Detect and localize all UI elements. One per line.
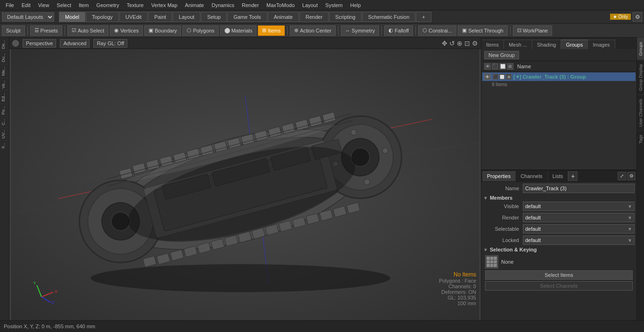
- visible-select[interactable]: default ▼: [523, 202, 635, 211]
- tab-scripting[interactable]: Scripting: [329, 12, 362, 22]
- lock-icon[interactable]: ⬛: [492, 63, 498, 70]
- row-eye-icon[interactable]: 👁: [484, 73, 491, 80]
- tab-uvedit[interactable]: UVEdit: [119, 12, 148, 22]
- move-icon[interactable]: ✥: [442, 40, 447, 47]
- menu-help[interactable]: Help: [347, 1, 365, 9]
- sel-keying-section-header[interactable]: ▼ Selection & Keying: [483, 247, 635, 252]
- menu-geometry[interactable]: Geometry: [92, 1, 123, 9]
- left-tab-duplicate[interactable]: Du...: [0, 51, 9, 64]
- left-tab-vertex[interactable]: Ve...: [0, 78, 9, 90]
- polygons-button[interactable]: ⬡ Polygons: [182, 25, 218, 36]
- rotate-icon[interactable]: ↺: [449, 40, 455, 47]
- menu-animate[interactable]: Animate: [181, 1, 207, 9]
- tab-paint[interactable]: Paint: [148, 12, 172, 22]
- only-badge[interactable]: ★ Only: [610, 14, 631, 20]
- tab-model[interactable]: Model: [59, 12, 85, 22]
- left-tab-uv[interactable]: UV...: [0, 127, 9, 140]
- tab-channels[interactable]: Channels: [516, 171, 547, 181]
- row-expand-icon[interactable]: ⊞: [506, 74, 512, 80]
- zoom-icon[interactable]: ⊕: [457, 40, 462, 47]
- row-render-icon[interactable]: ⬜: [499, 74, 505, 80]
- left-tab-f[interactable]: F...: [0, 140, 9, 150]
- menu-render[interactable]: Render: [238, 1, 263, 9]
- add-tab-button[interactable]: +: [568, 171, 578, 181]
- menu-file[interactable]: File: [2, 1, 18, 9]
- tab-layout[interactable]: Layout: [173, 12, 200, 22]
- props-settings-icon[interactable]: ⚙: [627, 172, 636, 180]
- tab-topology[interactable]: Topology: [86, 12, 119, 22]
- tab-shading[interactable]: Shading: [532, 40, 561, 49]
- menu-select[interactable]: Select: [53, 1, 75, 9]
- scene-canvas[interactable]: X Y Z: [9, 49, 481, 320]
- menu-edit[interactable]: Edit: [18, 1, 34, 9]
- tab-animate[interactable]: Animate: [268, 12, 299, 22]
- expand-icon[interactable]: ⊞: [507, 63, 513, 70]
- materials-button[interactable]: ⬤ Materials: [220, 25, 257, 36]
- menu-dynamics[interactable]: Dynamics: [208, 1, 238, 9]
- tab-lists[interactable]: Lists: [548, 171, 569, 181]
- menu-layout[interactable]: Layout: [298, 1, 322, 9]
- left-tab-poly[interactable]: Po...: [0, 104, 9, 117]
- constraints-button[interactable]: ⬡ Constrai...: [418, 25, 456, 36]
- select-through-button[interactable]: ▣ Select Through: [458, 25, 507, 36]
- left-tab-mesh[interactable]: Me...: [0, 64, 9, 78]
- select-channels-button[interactable]: Select Channels: [485, 281, 633, 291]
- menu-view[interactable]: View: [34, 1, 53, 9]
- auto-select-button[interactable]: ☑ Auto Select: [67, 25, 108, 36]
- menu-item[interactable]: Item: [75, 1, 92, 9]
- menu-texture[interactable]: Texture: [123, 1, 148, 9]
- name-input[interactable]: [523, 184, 635, 193]
- left-tab-deform[interactable]: De...: [0, 38, 9, 51]
- presets-button[interactable]: ☰ Presets: [30, 25, 62, 36]
- tab-properties[interactable]: Properties: [482, 171, 516, 181]
- rvtab-groups[interactable]: Groups: [637, 38, 644, 60]
- gear-settings-button[interactable]: ⚙: [633, 12, 642, 22]
- render-icon[interactable]: ⬜: [499, 63, 506, 70]
- tab-images[interactable]: Images: [588, 40, 615, 49]
- select-items-button[interactable]: Select Items: [485, 270, 633, 280]
- menu-system[interactable]: System: [322, 1, 347, 9]
- rvtab-user-channels[interactable]: User Channels: [637, 95, 644, 131]
- tab-add[interactable]: +: [416, 12, 431, 22]
- tab-items[interactable]: Items: [481, 40, 504, 49]
- rvtab-tags[interactable]: Tags: [637, 130, 644, 147]
- menu-maxtomodo[interactable]: MaxToModo: [263, 1, 298, 9]
- vertices-button[interactable]: ◉ Vertices: [110, 25, 143, 36]
- perspective-label[interactable]: Perspective: [23, 39, 56, 48]
- sculpt-button[interactable]: Sculpt: [2, 25, 25, 36]
- action-center-button[interactable]: ⊕ Action Center: [290, 25, 336, 36]
- props-maximize-icon[interactable]: ⤢: [618, 172, 626, 180]
- group-list[interactable]: 👁 ⬛ ⬜ ⊞ [✦] Crawler_Track (3) : Group 9 …: [481, 72, 636, 170]
- viewport-toggle[interactable]: [12, 40, 19, 47]
- eye-icon[interactable]: 👁: [484, 63, 491, 70]
- tab-schematic-fusion[interactable]: Schematic Fusion: [362, 12, 415, 22]
- group-row-crawler[interactable]: 👁 ⬛ ⬜ ⊞ [✦] Crawler_Track (3) : Group: [482, 73, 636, 81]
- row-lock-icon[interactable]: ⬛: [493, 74, 498, 80]
- boundary-button[interactable]: ▣ Boundary: [144, 25, 181, 36]
- keying-grid-icon[interactable]: [485, 255, 498, 268]
- render-select[interactable]: default ▼: [523, 213, 635, 222]
- selectable-select[interactable]: default ▼: [523, 224, 635, 234]
- left-tab-edge[interactable]: Ed...: [0, 90, 9, 104]
- new-group-button[interactable]: New Group: [484, 51, 519, 59]
- fit-icon[interactable]: ⊡: [464, 40, 470, 47]
- symmetry-button[interactable]: ↔ Symmetry: [341, 25, 380, 36]
- rvtab-group-display[interactable]: Group Display: [637, 60, 644, 95]
- locked-select[interactable]: default ▼: [523, 235, 635, 245]
- layout-dropdown[interactable]: Default Layouts: [2, 12, 54, 22]
- settings-icon[interactable]: ⚙: [472, 40, 478, 47]
- advanced-label[interactable]: Advanced: [60, 39, 90, 48]
- tab-render[interactable]: Render: [299, 12, 329, 22]
- tab-mesh[interactable]: Mesh ...: [504, 40, 532, 49]
- viewport[interactable]: Perspective Advanced Ray GL: Off ✥ ↺ ⊕ ⊡…: [9, 38, 481, 320]
- tab-setup[interactable]: Setup: [201, 12, 227, 22]
- ray-gl-label[interactable]: Ray GL: Off: [93, 39, 127, 48]
- tab-game-tools[interactable]: Game Tools: [227, 12, 267, 22]
- tab-groups[interactable]: Groups: [561, 40, 588, 49]
- menu-vertex-map[interactable]: Vertex Map: [148, 1, 182, 9]
- left-tab-c[interactable]: C...: [0, 116, 9, 127]
- members-section-header[interactable]: ▼ Members: [483, 195, 635, 201]
- items-button[interactable]: ⊞ Items: [258, 25, 285, 36]
- workplane-button[interactable]: ⊡ WorkPlane: [513, 25, 553, 36]
- falloff-button[interactable]: ◐ Falloff: [384, 25, 413, 36]
